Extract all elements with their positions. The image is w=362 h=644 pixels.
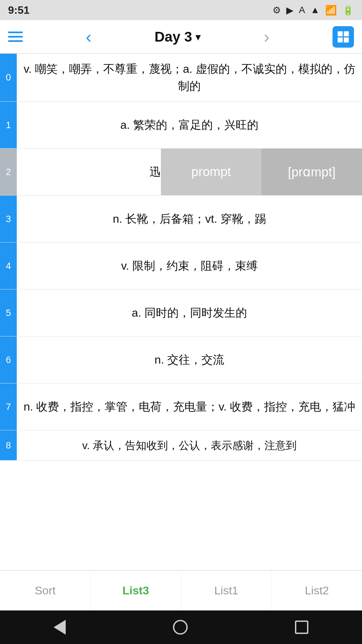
word-index: 2 xyxy=(0,149,17,195)
svg-rect-0 xyxy=(338,31,343,36)
status-time: 9:51 xyxy=(8,4,29,16)
popup-english-word: prompt xyxy=(161,149,261,195)
dropdown-icon: ▾ xyxy=(195,31,201,43)
android-back-icon xyxy=(54,620,66,635)
word-definition: a. 同时的，同时发生的 xyxy=(17,289,362,336)
tab-list2[interactable]: List2 xyxy=(272,571,362,610)
android-recent-icon xyxy=(295,621,308,634)
word-index: 8 xyxy=(0,430,17,460)
signal-icon: 📶 xyxy=(325,5,337,16)
word-definition: n. 长靴，后备箱；vt. 穿靴，踢 xyxy=(17,196,362,242)
word-row[interactable]: 8 v. 承认，告知收到，公认，表示感谢，注意到 xyxy=(0,430,362,461)
forward-button[interactable]: › xyxy=(264,28,269,46)
word-index: 0 xyxy=(0,54,17,101)
status-icons: ⚙ ▶ A ▲ 📶 🔋 xyxy=(273,5,354,16)
tab-sort-label: Sort xyxy=(35,584,55,597)
svg-rect-3 xyxy=(344,37,349,42)
word-index: 5 xyxy=(0,289,17,336)
android-nav-bar xyxy=(0,610,362,644)
android-home-icon xyxy=(173,620,188,635)
android-home-button[interactable] xyxy=(173,620,188,635)
word-definition: v. 承认，告知收到，公认，表示感谢，注意到 xyxy=(17,430,362,460)
tab-list3-label: List3 xyxy=(122,584,149,597)
wifi-icon: ▲ xyxy=(310,5,320,15)
word-row[interactable]: 5 a. 同时的，同时发生的 xyxy=(0,289,362,336)
day-title: Day 3 xyxy=(155,29,192,45)
word-definition: v. 嘲笑，嘲弄，不尊重，蔑视；a. 虚假的，不诚实的，模拟的，仿制的 xyxy=(17,54,362,101)
word-index: 3 xyxy=(0,196,17,242)
grid-view-button[interactable] xyxy=(333,26,354,48)
nav-bar: ‹ Day 3 ▾ › xyxy=(0,20,362,54)
play-icon: ▶ xyxy=(286,5,294,16)
android-recent-button[interactable] xyxy=(295,621,308,634)
word-index: 6 xyxy=(0,336,17,383)
battery-icon: 🔋 xyxy=(342,5,354,16)
tab-list1-label: List1 xyxy=(214,584,238,597)
word-list: 0 v. 嘲笑，嘲弄，不尊重，蔑视；a. 虚假的，不诚实的，模拟的，仿制的 1 … xyxy=(0,54,362,570)
word-index: 7 xyxy=(0,383,17,430)
tab-list3[interactable]: List3 xyxy=(90,571,181,610)
settings-icon: ⚙ xyxy=(273,5,281,16)
word-popup[interactable]: prompt [prɑmpt] xyxy=(161,149,362,195)
word-definition: v. 限制，约束，阻碍，束缚 xyxy=(17,243,362,289)
bottom-tab-bar: Sort List3 List1 List2 xyxy=(0,570,362,610)
word-row[interactable]: 7 n. 收费，指控，掌管，电荷，充电量；v. 收费，指控，充电，猛冲 xyxy=(0,383,362,430)
tab-list1[interactable]: List1 xyxy=(181,571,272,610)
svg-rect-1 xyxy=(344,31,349,36)
word-definition: a. 繁荣的，富足的，兴旺的 xyxy=(17,102,362,148)
word-row[interactable]: 0 v. 嘲笑，嘲弄，不尊重，蔑视；a. 虚假的，不诚实的，模拟的，仿制的 xyxy=(0,54,362,102)
word-index: 4 xyxy=(0,243,17,289)
menu-button[interactable] xyxy=(8,32,23,42)
word-row[interactable]: 1 a. 繁荣的，富足的，兴旺的 xyxy=(0,102,362,149)
tab-list2-label: List2 xyxy=(305,584,329,597)
font-icon: A xyxy=(299,5,305,15)
word-row[interactable]: 2 迅速的，及时的 prompt [prɑmpt] xyxy=(0,149,362,196)
word-row[interactable]: 4 v. 限制，约束，阻碍，束缚 xyxy=(0,243,362,289)
word-row[interactable]: 6 n. 交往，交流 xyxy=(0,336,362,383)
word-index: 1 xyxy=(0,102,17,148)
word-row[interactable]: 3 n. 长靴，后备箱；vt. 穿靴，踢 xyxy=(0,196,362,243)
status-bar: 9:51 ⚙ ▶ A ▲ 📶 🔋 xyxy=(0,0,362,20)
popup-phonetic: [prɑmpt] xyxy=(261,149,362,195)
svg-rect-2 xyxy=(338,37,343,42)
day-title-area[interactable]: Day 3 ▾ xyxy=(155,29,201,45)
tab-sort[interactable]: Sort xyxy=(0,571,90,610)
android-back-button[interactable] xyxy=(54,620,66,635)
word-definition: n. 交往，交流 xyxy=(17,336,362,383)
grid-icon xyxy=(337,30,350,44)
word-definition: n. 收费，指控，掌管，电荷，充电量；v. 收费，指控，充电，猛冲 xyxy=(17,383,362,430)
back-button[interactable]: ‹ xyxy=(86,28,92,46)
